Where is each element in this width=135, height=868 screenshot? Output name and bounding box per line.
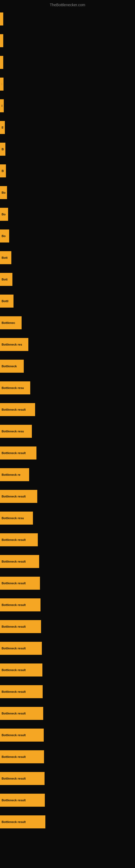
bar-14: Bottl <box>0 294 13 308</box>
bar-label-15: Bottlenec <box>2 321 15 324</box>
bar-row: B <box>0 138 135 160</box>
bar-label-16: Bottleneck res <box>2 343 22 346</box>
bar-15: Bottlenec <box>0 316 21 329</box>
bar-30: Bottleneck result <box>0 642 42 655</box>
bar-5: E <box>0 99 4 112</box>
bar-row: Bottleneck result <box>0 724 135 746</box>
bar-row <box>0 8 135 30</box>
bar-2 <box>0 34 3 47</box>
bar-8: B <box>0 164 6 177</box>
bar-label-38: Bottleneck result <box>2 820 26 824</box>
bar-35: Bottleneck result <box>0 750 44 763</box>
bar-label-10: Bo <box>2 213 6 216</box>
bar-row: Bottleneck result <box>0 572 135 594</box>
bar-25: Bottleneck result <box>0 533 38 546</box>
bar-19: Bottleneck result <box>0 403 35 416</box>
bar-label-31: Bottleneck result <box>2 669 26 672</box>
bar-37: Bottleneck result <box>0 794 45 807</box>
bar-row: E <box>0 52 135 73</box>
bar-label-21: Bottleneck result <box>2 452 26 455</box>
bar-row: Bottleneck resu <box>0 377 135 399</box>
bar-label-33: Bottleneck result <box>2 712 26 715</box>
bar-label-32: Bottleneck result <box>2 690 26 693</box>
bar-label-28: Bottleneck result <box>2 603 26 607</box>
bar-label-13: Bott <box>2 278 8 281</box>
bar-27: Bottleneck result <box>0 577 40 590</box>
bar-row: Bottleneck resu <box>0 507 135 529</box>
bar-18: Bottleneck resu <box>0 381 30 394</box>
bar-row: Bottleneck result <box>0 594 135 616</box>
bar-row: Bottleneck re <box>0 464 135 486</box>
bar-row <box>0 30 135 52</box>
bar-row: Bottleneck result <box>0 638 135 659</box>
bar-row: Bottleneck result <box>0 659 135 681</box>
bar-row: Bo <box>0 204 135 225</box>
bar-label-24: Bottleneck resu <box>2 517 24 520</box>
bar-32: Bottleneck result <box>0 685 43 698</box>
bar-row: B <box>0 160 135 182</box>
bar-29: Bottleneck result <box>0 620 41 633</box>
bar-36: Bottleneck result <box>0 772 45 785</box>
bar-31: Bottleneck result <box>0 663 42 677</box>
bar-label-29: Bottleneck result <box>2 625 26 628</box>
bar-row: Bottleneck result <box>0 399 135 421</box>
bar-row: Bottleneck result <box>0 486 135 507</box>
bar-4: E <box>0 78 3 91</box>
bar-12: Bott <box>0 251 11 264</box>
bar-1 <box>0 12 3 26</box>
bar-24: Bottleneck resu <box>0 512 33 525</box>
bar-label-35: Bottleneck result <box>2 755 26 758</box>
bar-row: B <box>0 117 135 138</box>
bar-label-25: Bottleneck result <box>2 538 26 541</box>
bar-label-30: Bottleneck result <box>2 647 26 650</box>
bar-23: Bottleneck result <box>0 490 37 503</box>
bar-34: Bottleneck result <box>0 728 44 742</box>
bar-9: Bo <box>0 186 7 199</box>
bar-17: Bottleneck <box>0 360 24 373</box>
bar-row: Bottleneck result <box>0 442 135 464</box>
bar-row: Bottleneck result <box>0 811 135 833</box>
bar-label-6: B <box>2 126 3 129</box>
bar-11: Bo <box>0 229 9 243</box>
bar-row: Bottleneck result <box>0 681 135 703</box>
bar-label-36: Bottleneck result <box>2 777 26 780</box>
bar-row: Bottleneck res <box>0 334 135 355</box>
bar-row: Bottl <box>0 290 135 312</box>
bar-row: Bott <box>0 269 135 290</box>
bar-10: Bo <box>0 208 8 221</box>
bar-row: Bottleneck result <box>0 551 135 572</box>
bar-row: Bottleneck <box>0 355 135 377</box>
bar-label-19: Bottleneck result <box>2 408 26 411</box>
bar-row: Bottleneck result <box>0 789 135 811</box>
bar-label-17: Bottleneck <box>2 365 17 368</box>
bar-label-27: Bottleneck result <box>2 582 26 585</box>
bar-22: Bottleneck re <box>0 468 29 481</box>
bar-row: Bottleneck resu <box>0 421 135 442</box>
bar-26: Bottleneck result <box>0 555 39 568</box>
bar-label-4: E <box>2 83 2 86</box>
bar-label-37: Bottleneck result <box>2 799 26 802</box>
bar-row: Bottleneck result <box>0 746 135 768</box>
bar-label-5: E <box>2 104 2 107</box>
bar-16: Bottleneck res <box>0 338 28 351</box>
bar-label-7: B <box>2 148 4 151</box>
bar-row: Bottleneck result <box>0 768 135 789</box>
bar-row: Bottlenec <box>0 312 135 334</box>
bars-container: EEEBBBBoBoBoBottBottBottlBottlenecBottle… <box>0 8 135 833</box>
bar-7: B <box>0 143 5 156</box>
bar-label-26: Bottleneck result <box>2 560 26 563</box>
bar-label-22: Bottleneck re <box>2 473 20 476</box>
bar-20: Bottleneck resu <box>0 425 32 438</box>
bar-13: Bott <box>0 273 12 286</box>
bar-row: Bo <box>0 182 135 204</box>
bar-3: E <box>0 56 3 69</box>
bar-label-11: Bo <box>2 235 6 238</box>
bar-row: E <box>0 95 135 117</box>
bar-label-12: Bott <box>2 256 8 259</box>
bar-row: Bo <box>0 225 135 247</box>
bar-row: Bott <box>0 247 135 269</box>
bar-21: Bottleneck result <box>0 446 37 460</box>
bar-label-20: Bottleneck resu <box>2 430 24 433</box>
bar-label-9: Bo <box>2 191 5 194</box>
bar-label-18: Bottleneck resu <box>2 386 24 390</box>
